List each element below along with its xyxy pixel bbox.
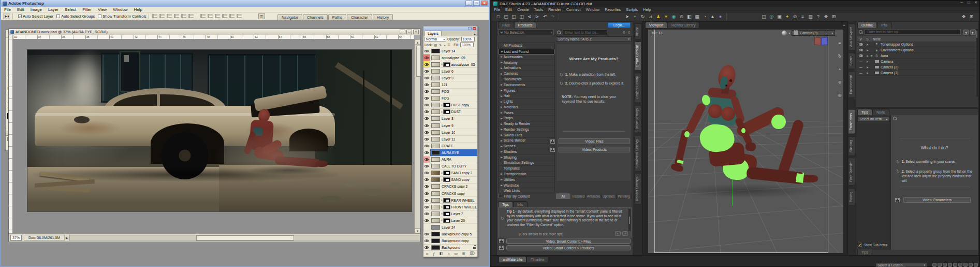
layer-thumbnail[interactable] (431, 103, 440, 107)
distribute-middle-icon[interactable] (208, 14, 213, 18)
outline-filter-input[interactable] (865, 29, 961, 35)
category-item[interactable]: ▶Ready to Render (499, 121, 554, 127)
category-item[interactable]: ▶Render-Settings (499, 127, 554, 132)
new-file-icon[interactable]: □ (495, 13, 502, 20)
align-top-icon[interactable] (174, 14, 179, 18)
layer-row[interactable]: ∞ Background copy (423, 238, 477, 245)
layer-thumbnail[interactable] (431, 69, 440, 74)
palette-well-tab[interactable]: Navigator (277, 14, 302, 20)
category-item[interactable]: ▶Templates (499, 166, 554, 172)
puzzle-icon[interactable]: ❖ (960, 13, 967, 20)
node-camera-3[interactable]: ➤ ▶ Camera (3) (857, 70, 977, 76)
layer-style-icon[interactable]: ƒ (433, 252, 435, 256)
video-parameters-button[interactable]: Video: Parameters (903, 197, 971, 203)
palette-well-tab[interactable]: Character (347, 14, 372, 20)
puzzle-icon[interactable]: ❖ (823, 13, 829, 20)
layer-mask-thumbnail[interactable] (443, 212, 450, 216)
show-sub-items-checkbox[interactable]: ✔ (858, 243, 862, 247)
layer-row[interactable]: ∞ AURA (423, 157, 477, 163)
vertical-tab[interactable]: Shaping (848, 136, 855, 156)
sort-dropdown[interactable]: Sort by Name : A to Z▾ (556, 36, 632, 41)
vertical-tab[interactable]: Render Settings (634, 173, 641, 205)
layer-row[interactable]: ∞ Layer 24 (423, 224, 477, 231)
align-left-icon[interactable] (152, 14, 157, 18)
node-camera[interactable]: ➤ ▶ Camera (857, 59, 977, 64)
selectability-icon[interactable]: ➤ (864, 71, 871, 75)
layer-row[interactable]: ∞ CRACKS copy (423, 190, 477, 197)
redo-icon[interactable]: ↷ (549, 13, 556, 20)
visibility-toggle[interactable] (423, 68, 430, 74)
selection-filter-dropdown[interactable]: No Selection▾ (498, 30, 554, 35)
video-smart-content-products-button[interactable]: Video: Smart Content > Products (506, 245, 631, 250)
status-tab[interactable]: Updates (602, 193, 617, 199)
fill-value[interactable]: 100% (460, 43, 474, 47)
canvas-artwork[interactable] (27, 50, 412, 212)
visibility-toggle[interactable] (423, 238, 430, 244)
layer-thumbnail[interactable] (431, 62, 440, 67)
geometry-tool-icon[interactable]: ▦ (694, 13, 700, 20)
layer-row[interactable]: ∞ Layer 7 (423, 210, 477, 217)
outline-scrollbar[interactable] (976, 29, 978, 96)
visibility-toggle[interactable] (423, 109, 430, 115)
category-item[interactable]: ▶Environments (499, 82, 554, 88)
auto-select-groups-checkbox[interactable] (56, 15, 60, 18)
palette-menu-icon[interactable]: ▸ (474, 32, 477, 36)
distribute-left-icon[interactable] (222, 14, 227, 18)
layer-mask-thumbnail[interactable] (443, 177, 450, 182)
menu-item[interactable]: Favorites (602, 7, 623, 12)
save-icon[interactable]: ◫ (518, 13, 525, 20)
visibility-toggle[interactable] (423, 136, 430, 142)
category-item[interactable]: ▶Wardrobe (499, 182, 554, 188)
animate-tab[interactable]: aniMate Lite (499, 256, 526, 262)
visibility-toggle[interactable] (423, 61, 430, 67)
layer-thumbnail[interactable] (431, 212, 440, 216)
doc-minimize-button[interactable]: _ (400, 30, 405, 34)
viewport-tab[interactable]: Viewport (645, 22, 667, 28)
layer-thumbnail[interactable] (431, 238, 440, 243)
menu-item[interactable]: Select (62, 7, 79, 12)
category-item[interactable]: ▶Accessories (499, 54, 554, 60)
align-bottom-icon[interactable] (188, 14, 194, 18)
layers-tab[interactable]: Layers (425, 31, 442, 36)
selectability-icon[interactable]: ➤ (864, 65, 871, 69)
export-icon[interactable]: ⊳ (534, 13, 540, 20)
category-item[interactable]: ▶Lights (499, 99, 554, 105)
render-settings-icon[interactable]: ▣ (776, 13, 783, 20)
category-item[interactable]: ▶Anatomy (499, 60, 554, 65)
node-aura[interactable]: ➤ ▶ Aura (857, 53, 977, 59)
vertical-tab[interactable]: Simulation Settings (634, 135, 641, 172)
document-titlebar[interactable]: ABANDONED work.psd @ 37% (AURA EYE, RGB/… (9, 29, 420, 35)
orbit-icon[interactable]: ↻ (837, 54, 843, 59)
menu-item[interactable]: Connect (564, 7, 583, 12)
vertical-tab[interactable]: Draw Settings (634, 105, 641, 133)
layer-thumbnail[interactable] (431, 55, 440, 60)
create-figure-icon[interactable]: ♟ (655, 13, 662, 20)
menu-item[interactable]: Tools (532, 7, 546, 12)
visibility-toggle[interactable] (423, 177, 430, 183)
vertical-tab[interactable]: Smart Content (634, 41, 641, 71)
layer-thumbnail[interactable] (431, 245, 440, 250)
visibility-toggle[interactable] (423, 224, 430, 230)
visibility-icon[interactable] (857, 60, 864, 62)
vertical-tab[interactable]: Content Library (634, 73, 641, 103)
category-item[interactable]: ▶Documents (499, 77, 554, 82)
layer-thumbnail[interactable] (431, 198, 440, 203)
pan-icon[interactable]: + (837, 67, 843, 72)
visibility-toggle[interactable] (423, 75, 430, 81)
vertical-scrollbar[interactable]: ▲ ▼ (414, 39, 420, 233)
layer-thumbnail[interactable] (431, 144, 440, 148)
category-item[interactable]: ▶Saved Files (499, 132, 554, 138)
visibility-toggle[interactable] (423, 197, 430, 203)
view-cube-gizmo[interactable] (814, 36, 829, 47)
daz-maximize-button[interactable]: □ (968, 1, 970, 5)
lock-pixels-icon[interactable]: ✎ (439, 43, 442, 47)
daz-minimize-button[interactable]: ─ (960, 1, 963, 5)
animate-button[interactable] (953, 263, 957, 267)
visibility-toggle[interactable] (423, 54, 430, 61)
visibility-toggle[interactable] (423, 48, 430, 54)
category-item[interactable]: ▶Scenes (499, 144, 554, 149)
align-center-icon[interactable] (159, 14, 165, 18)
login-button[interactable]: Login... (608, 22, 631, 28)
visibility-icon[interactable] (857, 72, 864, 74)
lesson-dropdown[interactable]: Select a Lesson...▾ (875, 263, 927, 267)
